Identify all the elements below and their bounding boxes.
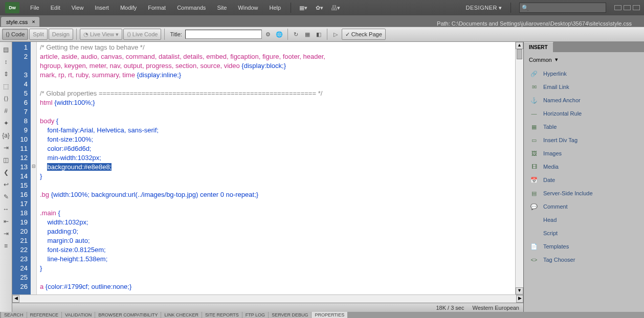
comment-icon[interactable]: ❮ <box>2 168 11 177</box>
tab-close-icon[interactable]: × <box>32 18 35 25</box>
auto-indent-icon[interactable]: ⇥ <box>2 143 11 152</box>
code-fold-gutter[interactable]: ⊟ <box>31 42 37 294</box>
live-code-button[interactable]: ⟨⟩Live Code <box>123 29 162 40</box>
split-view-button[interactable]: Split <box>29 29 47 40</box>
scroll-up-arrow[interactable]: ▲ <box>516 42 523 49</box>
status-bar: 18K / 3 sec Western European <box>12 303 523 312</box>
insert-item-head[interactable]: Head <box>528 213 640 226</box>
menu-window[interactable]: Window <box>232 2 263 14</box>
insert-item-icon <box>530 216 538 224</box>
insert-item-insert-div-tag[interactable]: ▭Insert Div Tag <box>528 133 640 147</box>
validate-icon[interactable]: ▷ <box>330 29 341 39</box>
insert-item-media[interactable]: 🎞Media <box>528 160 640 173</box>
menu-help[interactable]: Help <box>263 2 286 14</box>
chevron-down-icon: ▾ <box>555 56 558 63</box>
insert-panel-tab[interactable]: INSERT <box>524 42 553 52</box>
search-field[interactable]: 🔍 <box>519 3 606 13</box>
menu-view[interactable]: View <box>66 2 90 14</box>
bottom-tab-server-debug[interactable]: SERVER DEBUG <box>269 312 311 318</box>
menu-edit[interactable]: Edit <box>45 2 66 14</box>
syntax-icon[interactable]: {a} <box>2 131 11 140</box>
insert-item-email-link[interactable]: ✉Email Link <box>528 80 640 94</box>
insert-item-icon: — <box>530 109 538 118</box>
scroll-down-arrow[interactable]: ▼ <box>516 287 523 294</box>
bottom-tab-link-checker[interactable]: LINK CHECKER <box>161 312 202 318</box>
insert-item-templates[interactable]: 📄Templates <box>528 240 640 253</box>
check-page-button[interactable]: ✓Check Page <box>342 29 386 40</box>
workspace-layout-button[interactable]: DESIGNER ▾ <box>461 3 506 13</box>
menu-file[interactable]: File <box>25 2 45 14</box>
insert-item-images[interactable]: 🖼Images <box>528 147 640 160</box>
code-area[interactable]: /* Getting the new tags to behave */arti… <box>37 42 515 294</box>
document-path: Path: C:\Documents and Settings\juliarov… <box>39 20 644 27</box>
insert-item-tag-chooser[interactable]: <>Tag Chooser <box>528 253 640 266</box>
minimize-button[interactable] <box>614 5 621 10</box>
extend-icon[interactable]: ✿▾ <box>312 3 327 13</box>
scroll-right-arrow[interactable]: ▶ <box>516 295 523 303</box>
site-icon[interactable]: 品▾ <box>327 2 344 14</box>
recent-snip-icon[interactable]: ✎ <box>2 192 11 201</box>
insert-item-icon: ✉ <box>530 83 538 91</box>
bottom-tab-reference[interactable]: REFERENCE <box>27 312 62 318</box>
scroll-left-arrow[interactable]: ◀ <box>12 295 19 303</box>
outdent-icon[interactable]: ⇥ <box>2 229 11 238</box>
insert-item-server-side-include[interactable]: ▤Server-Side Include <box>528 187 640 200</box>
search-icon: 🔍 <box>522 5 529 11</box>
preview-icon[interactable]: ◧ <box>314 29 324 39</box>
menu-site[interactable]: Site <box>211 2 232 14</box>
insert-item-icon: <> <box>530 256 538 264</box>
insert-item-hyperlink[interactable]: 🔗Hyperlink <box>528 67 640 80</box>
menu-commands[interactable]: Commands <box>171 2 211 14</box>
insert-item-named-anchor[interactable]: ⚓Named Anchor <box>528 94 640 107</box>
nav-icon[interactable]: ⚙ <box>263 29 273 39</box>
bottom-tab-validation[interactable]: VALIDATION <box>62 312 95 318</box>
bottom-tab-site-reports[interactable]: SITE REPORTS <box>202 312 242 318</box>
indent-icon[interactable]: ⇤ <box>2 217 11 226</box>
document-tab[interactable]: style.css × <box>1 17 39 27</box>
collapse-icon[interactable]: ↕ <box>2 57 11 66</box>
tab-label: style.css <box>6 19 28 25</box>
insert-item-comment[interactable]: 💬Comment <box>528 200 640 213</box>
insert-item-horizontal-rule[interactable]: —Horizontal Rule <box>528 107 640 120</box>
highlight-icon[interactable]: ✦ <box>2 119 11 128</box>
expand-icon[interactable]: ⇕ <box>2 70 11 79</box>
wrap-icon[interactable]: ↩ <box>2 180 11 189</box>
line-numbers-icon[interactable]: # <box>2 106 11 116</box>
menu-modify[interactable]: Modify <box>115 2 142 14</box>
format-icon[interactable]: ≡ <box>2 241 11 251</box>
insert-item-script[interactable]: Script <box>528 226 640 240</box>
open-docs-icon[interactable]: ▤ <box>2 45 11 54</box>
balance-icon[interactable]: ⟨⟩ <box>2 94 11 103</box>
app-logo: Dw <box>5 2 19 13</box>
refresh-icon[interactable]: ↻ <box>291 29 301 39</box>
scroll-thumb[interactable] <box>517 49 522 59</box>
design-view-button[interactable]: Design <box>49 29 73 40</box>
bottom-tab-search[interactable]: SEARCH <box>1 312 27 318</box>
bottom-tab-ftp-log[interactable]: FTP LOG <box>242 312 268 318</box>
insert-item-icon: 📄 <box>530 242 538 251</box>
bottom-tab-browser-compatibility[interactable]: BROWSER COMPATIBILITY <box>95 312 161 318</box>
bottom-tab-properties[interactable]: PROPERTIES <box>312 312 347 318</box>
insert-item-date[interactable]: 📅Date <box>528 173 640 187</box>
horizontal-scrollbar[interactable]: ◀ ▶ <box>12 294 523 303</box>
main-menu-bar: Dw File Edit View Insert Modify Format C… <box>0 0 644 15</box>
move-icon[interactable]: ↔ <box>2 205 11 214</box>
status-size: 18K / 3 sec <box>432 305 468 311</box>
globe-icon[interactable]: 🌐 <box>274 29 284 39</box>
restore-button[interactable] <box>624 5 631 10</box>
insert-item-table[interactable]: ▦Table <box>528 120 640 133</box>
live-view-button[interactable]: ◔Live View ▾ <box>80 29 122 40</box>
select-parent-icon[interactable]: ⬚ <box>2 82 11 91</box>
title-input[interactable] <box>185 30 262 39</box>
code-view-button[interactable]: ⟨⟩Code <box>2 29 28 40</box>
menu-format[interactable]: Format <box>142 2 171 14</box>
insert-category-dropdown[interactable]: Common ▾ <box>528 54 640 67</box>
layout-icon[interactable]: ▦▾ <box>295 3 312 13</box>
code-editor: 1234567891011121314151617181920212223242… <box>12 42 523 312</box>
close-button[interactable] <box>633 5 640 10</box>
line-numbers: 1234567891011121314151617181920212223242… <box>12 42 31 294</box>
vertical-scrollbar[interactable]: ▲ ▼ <box>515 42 523 294</box>
file-mgmt-icon[interactable]: ▦ <box>302 29 313 39</box>
snippet-icon[interactable]: ◫ <box>2 155 11 165</box>
menu-insert[interactable]: Insert <box>89 2 115 14</box>
